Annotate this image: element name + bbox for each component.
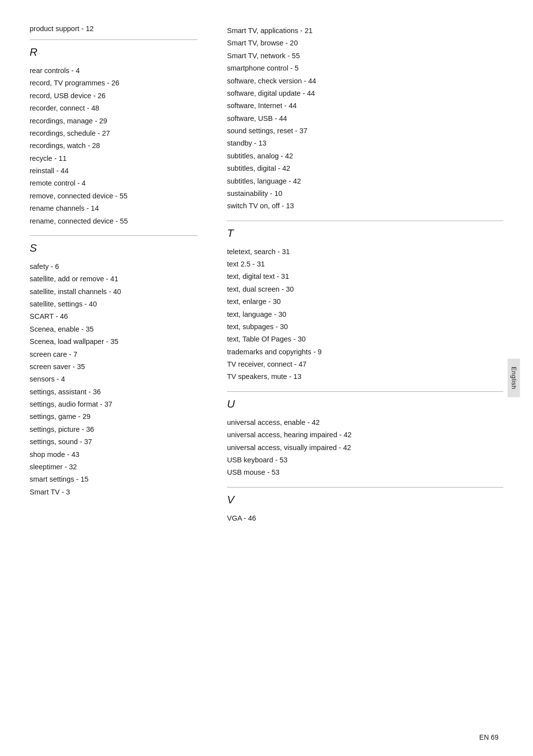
list-item: satellite, add or remove - 41 bbox=[30, 273, 197, 285]
list-item: TV receiver, connect - 47 bbox=[227, 358, 503, 371]
list-item: sensors - 4 bbox=[30, 373, 197, 385]
language-sidebar: English bbox=[507, 359, 520, 397]
section-letter-v: V bbox=[227, 493, 503, 506]
divider-v bbox=[227, 487, 503, 488]
list-item: reinstall - 44 bbox=[30, 165, 197, 177]
section-u-entries: universal access, enable - 42universal a… bbox=[227, 416, 503, 479]
list-item: sleeptimer - 32 bbox=[30, 461, 197, 473]
section-letter-r: R bbox=[30, 46, 197, 59]
section-r-entries: rear controls - 4record, TV programmes -… bbox=[30, 65, 197, 227]
section-s: S safety - 6satellite, add or remove - 4… bbox=[30, 242, 197, 498]
list-item: rear controls - 4 bbox=[30, 65, 197, 77]
list-item: screen care - 7 bbox=[30, 348, 197, 361]
list-item: subtitles, language - 42 bbox=[227, 175, 503, 188]
section-letter-u: U bbox=[227, 398, 503, 411]
list-item: record, USB device - 26 bbox=[30, 90, 197, 102]
divider-r bbox=[30, 39, 197, 40]
section-t: T teletext, search - 31text 2.5 - 31text… bbox=[227, 227, 503, 383]
list-item: SCART - 46 bbox=[30, 310, 197, 323]
divider-s bbox=[30, 235, 197, 236]
list-item: settings, audio format - 37 bbox=[30, 398, 197, 411]
list-item: recordings, schedule - 27 bbox=[30, 127, 197, 140]
list-item: rename, connected device - 55 bbox=[30, 215, 197, 227]
list-item: text, Table Of Pages - 30 bbox=[227, 333, 503, 345]
list-item: text, language - 30 bbox=[227, 308, 503, 321]
list-item: Smart TV, network - 55 bbox=[227, 50, 503, 62]
list-item: recycle - 11 bbox=[30, 152, 197, 165]
list-item: TV speakers, mute - 13 bbox=[227, 371, 503, 383]
list-item: safety - 6 bbox=[30, 261, 197, 273]
top-right-entries: Smart TV, applications - 21Smart TV, bro… bbox=[227, 25, 503, 213]
section-t-entries: teletext, search - 31text 2.5 - 31text, … bbox=[227, 246, 503, 383]
list-item: settings, sound - 37 bbox=[30, 436, 197, 448]
divider-t bbox=[227, 221, 503, 221]
section-s-entries: safety - 6satellite, add or remove - 41s… bbox=[30, 261, 197, 498]
list-item: software, USB - 44 bbox=[227, 113, 503, 125]
list-item: Scenea, enable - 35 bbox=[30, 323, 197, 336]
list-item: switch TV on, off - 13 bbox=[227, 200, 503, 212]
list-item: standby - 13 bbox=[227, 137, 503, 150]
list-item: satellite, settings - 40 bbox=[30, 298, 197, 310]
list-item: recorder, connect - 48 bbox=[30, 102, 197, 114]
list-item: text, digital text - 31 bbox=[227, 270, 503, 283]
list-item: shop mode - 43 bbox=[30, 449, 197, 461]
list-item: text, dual screen - 30 bbox=[227, 283, 503, 296]
list-item: remove, connected device - 55 bbox=[30, 190, 197, 202]
list-item: recordings, manage - 29 bbox=[30, 115, 197, 127]
list-item: sound settings, reset - 37 bbox=[227, 125, 503, 137]
list-item: Smart TV - 3 bbox=[30, 486, 197, 498]
list-item: smartphone control - 5 bbox=[227, 62, 503, 75]
product-support-entry: product support - 12 bbox=[30, 25, 197, 33]
list-item: Smart TV, browse - 20 bbox=[227, 37, 503, 49]
section-v-entries: VGA - 46 bbox=[227, 512, 503, 525]
list-item: text, enlarge - 30 bbox=[227, 296, 503, 308]
list-item: smart settings - 15 bbox=[30, 473, 197, 486]
list-item: text, subpages - 30 bbox=[227, 321, 503, 333]
page-number: EN 69 bbox=[479, 733, 498, 741]
list-item: recordings, watch - 28 bbox=[30, 140, 197, 152]
list-item: text 2.5 - 31 bbox=[227, 258, 503, 270]
left-column: product support - 12 R rear controls - 4… bbox=[30, 20, 217, 736]
list-item: USB mouse - 53 bbox=[227, 466, 503, 479]
list-item: USB keyboard - 53 bbox=[227, 454, 503, 466]
section-letter-s: S bbox=[30, 242, 197, 255]
right-column: Smart TV, applications - 21Smart TV, bro… bbox=[217, 20, 503, 736]
list-item: screen saver - 35 bbox=[30, 361, 197, 373]
list-item: rename channels - 14 bbox=[30, 202, 197, 215]
list-item: universal access, enable - 42 bbox=[227, 416, 503, 429]
list-item: record, TV programmes - 26 bbox=[30, 77, 197, 89]
section-u: U universal access, enable - 42universal… bbox=[227, 398, 503, 479]
list-item: software, digital update - 44 bbox=[227, 87, 503, 100]
list-item: settings, picture - 36 bbox=[30, 423, 197, 436]
list-item: software, Internet - 44 bbox=[227, 100, 503, 112]
section-r: R rear controls - 4record, TV programmes… bbox=[30, 46, 197, 227]
page-container: product support - 12 R rear controls - 4… bbox=[0, 0, 533, 756]
section-letter-t: T bbox=[227, 227, 503, 240]
list-item: software, check version - 44 bbox=[227, 75, 503, 87]
list-item: trademarks and copyrights - 9 bbox=[227, 346, 503, 358]
list-item: subtitles, analog - 42 bbox=[227, 150, 503, 162]
list-item: teletext, search - 31 bbox=[227, 246, 503, 258]
list-item: satellite, install channels - 40 bbox=[30, 286, 197, 298]
list-item: settings, game - 29 bbox=[30, 411, 197, 423]
list-item: Scenea, load wallpaper - 35 bbox=[30, 336, 197, 348]
list-item: universal access, visually impaired - 42 bbox=[227, 442, 503, 454]
list-item: VGA - 46 bbox=[227, 512, 503, 525]
divider-u bbox=[227, 391, 503, 392]
list-item: universal access, hearing impaired - 42 bbox=[227, 429, 503, 441]
list-item: settings, assistant - 36 bbox=[30, 386, 197, 398]
list-item: Smart TV, applications - 21 bbox=[227, 25, 503, 37]
list-item: subtitles, digital - 42 bbox=[227, 162, 503, 175]
list-item: remote control - 4 bbox=[30, 177, 197, 189]
list-item: sustainability - 10 bbox=[227, 188, 503, 200]
section-v: V VGA - 46 bbox=[227, 493, 503, 525]
